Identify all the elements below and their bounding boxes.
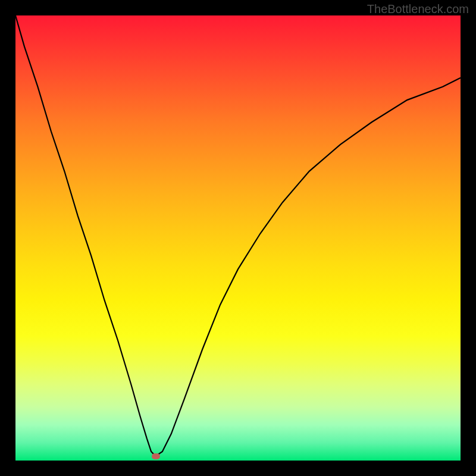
plot-area (15, 15, 461, 461)
bottleneck-curve (15, 15, 461, 461)
watermark-text: TheBottleneck.com (367, 2, 469, 16)
optimal-point-marker (152, 453, 160, 459)
